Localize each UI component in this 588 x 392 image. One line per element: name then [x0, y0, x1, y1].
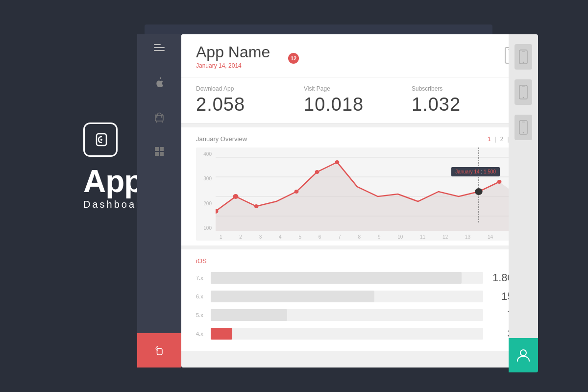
- bar-label-6x: 6.x: [196, 294, 211, 299]
- chart-yaxis: 100 200 300 400: [196, 147, 215, 241]
- chart-xaxis: 1 2 3 4 5 6 7 8 9 10 11 12 13 14: [216, 233, 519, 241]
- svg-rect-7: [155, 152, 159, 156]
- svg-point-22: [315, 170, 319, 174]
- svg-rect-6: [160, 147, 164, 151]
- header-left: App Name January 14, 2014: [196, 43, 270, 69]
- svg-line-4: [162, 115, 163, 116]
- chart-area: January 14 : 1.500: [216, 147, 519, 231]
- line-chart-section: January Overview 1 | 2 | All 100 200 300: [181, 127, 534, 245]
- bar-row-4x: 4.x 33: [196, 327, 519, 340]
- svg-point-24: [497, 180, 502, 184]
- svg-rect-31: [522, 87, 525, 87]
- svg-point-23: [335, 160, 340, 164]
- bar-row-7x: 7.x 1.800: [196, 271, 519, 284]
- user-button[interactable]: [509, 338, 538, 372]
- chart-title: January Overview: [196, 135, 247, 143]
- bar-fill-5x: [211, 309, 287, 321]
- svg-point-32: [523, 97, 524, 98]
- svg-point-21: [294, 190, 299, 194]
- right-icon-phone1[interactable]: [514, 44, 532, 70]
- bar-row-5x: 5.x 75: [196, 309, 519, 321]
- stat-subscribers-value: 1.032: [412, 94, 519, 115]
- chart-control-1[interactable]: 1: [488, 136, 491, 143]
- svg-point-0: [100, 139, 102, 141]
- svg-point-36: [520, 350, 526, 356]
- stat-visit-label: Visit Page: [304, 85, 412, 92]
- stat-download: Download App 2.058: [196, 85, 304, 115]
- svg-rect-8: [160, 152, 164, 156]
- app-title: App Name: [196, 43, 270, 61]
- svg-point-9: [157, 348, 159, 349]
- tooltip-value: 1.500: [484, 169, 496, 174]
- bar-chart-title: iOS: [196, 257, 519, 265]
- right-icon-phone3[interactable]: [514, 115, 532, 140]
- bar-track-7x: [211, 272, 483, 284]
- tooltip-label: January 14: [455, 169, 479, 174]
- svg-point-26: [475, 188, 483, 195]
- right-icon-phone2[interactable]: [514, 79, 532, 105]
- card-header: App Name January 14, 2014: [181, 34, 534, 77]
- card-stack: 12 App Name January 14, 2014: [137, 20, 510, 372]
- sidebar-footer-button[interactable]: [137, 333, 181, 368]
- chart-control-2[interactable]: 2: [500, 136, 504, 143]
- bar-label-7x: 7.x: [196, 275, 211, 281]
- bar-fill-6x: [211, 291, 374, 302]
- bar-fill-7x: [211, 272, 462, 284]
- menu-icon[interactable]: [154, 44, 165, 51]
- sidebar: [137, 34, 181, 368]
- brand-icon: [83, 122, 118, 157]
- stat-subscribers-label: Subscribers: [412, 85, 519, 92]
- right-strip: [509, 34, 538, 368]
- stat-subscribers: Subscribers 1.032: [412, 85, 519, 115]
- svg-rect-28: [522, 51, 525, 52]
- bar-fill-4x: [211, 328, 232, 340]
- stat-visit-value: 10.018: [304, 94, 412, 115]
- stat-download-value: 2.058: [196, 94, 304, 115]
- notification-badge: 12: [288, 53, 299, 64]
- chart-tooltip: January 14 : 1.500: [451, 167, 500, 176]
- svg-rect-5: [155, 147, 159, 151]
- stats-row: Download App 2.058 Visit Page 10.018 Sub…: [181, 77, 534, 123]
- ylabel-200: 200: [198, 201, 212, 206]
- line-chart: 100 200 300 400: [196, 147, 519, 241]
- brand-title: App: [83, 166, 143, 197]
- ylabel-100: 100: [198, 225, 212, 231]
- bar-track-4x: [211, 328, 483, 340]
- bar-row-6x: 6.x 150: [196, 290, 519, 303]
- svg-point-29: [523, 62, 524, 63]
- main-card: 12 App Name January 14, 2014: [181, 34, 534, 368]
- sidebar-item-android[interactable]: [137, 100, 181, 134]
- chart-header: January Overview 1 | 2 | All: [196, 135, 519, 143]
- bar-track-5x: [211, 309, 483, 321]
- bar-track-6x: [211, 291, 483, 302]
- svg-point-35: [523, 132, 524, 134]
- svg-point-20: [254, 204, 259, 208]
- ylabel-300: 300: [198, 176, 212, 181]
- stat-download-label: Download App: [196, 85, 304, 92]
- svg-rect-34: [522, 122, 525, 122]
- ylabel-400: 400: [198, 151, 212, 157]
- app-date: January 14, 2014: [196, 62, 270, 69]
- stat-visit: Visit Page 10.018: [304, 85, 412, 115]
- svg-line-3: [156, 115, 157, 116]
- bar-label-5x: 5.x: [196, 312, 211, 318]
- svg-point-19: [233, 194, 238, 199]
- bar-label-4x: 4.x: [196, 331, 211, 337]
- sidebar-item-windows[interactable]: [137, 134, 181, 169]
- sidebar-item-apple[interactable]: [137, 66, 181, 100]
- bar-chart-section: iOS 7.x 1.800 6.x 150 5.x: [181, 249, 534, 351]
